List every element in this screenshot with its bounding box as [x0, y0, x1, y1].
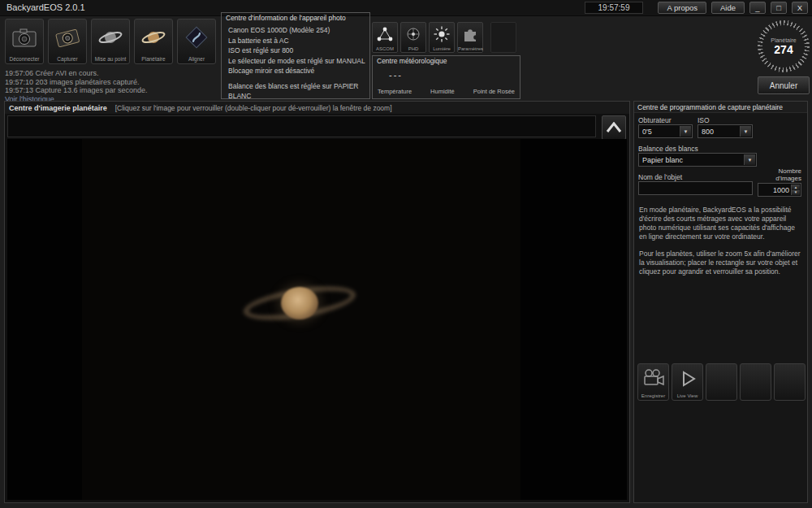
capture-button[interactable]: Capturer — [48, 19, 87, 64]
iso-select[interactable]: 800 ▼ — [698, 124, 753, 138]
weather-value: --- — [389, 70, 403, 80]
image-count-input[interactable]: 1000 ▲ ▼ — [758, 183, 801, 197]
frame-count: 274 — [774, 43, 793, 56]
camera-info-title: Centre d'information de l'appareil photo — [226, 14, 346, 22]
shutter-label: Obturateur — [638, 116, 693, 124]
settings-button[interactable]: Paramètres — [457, 22, 483, 53]
puzzle-icon — [458, 24, 482, 44]
utility-empty-slot — [490, 22, 516, 53]
spinner-down-icon[interactable]: ▼ — [791, 190, 800, 196]
capture-action-buttons: Enregistrer Live View — [637, 363, 806, 401]
log-line: 19:57:10 203 images planétaires capturé. — [5, 78, 148, 87]
log-line: 19:57:13 Capture 13.6 images par seconde… — [5, 86, 148, 95]
camera-info-line: Canon EOS 1000D (Modèle 254) — [228, 25, 366, 36]
cancel-button[interactable]: Annuler — [758, 76, 810, 94]
record-button[interactable]: Enregistrer — [637, 363, 669, 401]
utility-label: ASCOM — [373, 46, 397, 51]
play-icon — [672, 367, 702, 390]
titlebar-controls: 19:57:59 A propos Aide _ □ X — [585, 2, 808, 14]
utility-label: Paramètres — [458, 46, 482, 51]
align-icon — [178, 22, 215, 53]
empty-action-button[interactable] — [706, 363, 737, 401]
clock: 19:57:59 — [585, 2, 644, 14]
status-log: 19:57:06 Créer AVI en cours. 19:57:10 20… — [5, 69, 148, 103]
align-button[interactable]: Aligner — [177, 19, 216, 64]
white-balance-select[interactable]: Papier blanc ▼ — [638, 153, 757, 167]
image-count-field: 1000 ▲ ▼ — [758, 183, 801, 197]
light-button[interactable]: Lumière — [429, 22, 455, 53]
temperature-label: Température — [378, 88, 412, 95]
white-balance-field: Balance des blancs Papier blanc ▼ — [638, 145, 757, 167]
planetary-button[interactable]: Planétaire — [134, 19, 173, 64]
description-paragraph: Pour les planètes, utiliser le zoom 5x a… — [639, 250, 802, 276]
iso-label: ISO — [698, 116, 753, 124]
chevron-down-icon[interactable]: ▼ — [680, 126, 691, 137]
panel-description: En mode planétaire, BackyardEOS a la pos… — [639, 206, 802, 276]
record-label: Enregistrer — [638, 393, 668, 398]
chevron-down-icon[interactable]: ▼ — [740, 126, 751, 137]
focus-button[interactable]: Mise au point — [91, 19, 130, 64]
app-title: BackyardEOS 2.0.1 — [6, 2, 85, 12]
humidity-label: Humidité — [430, 88, 455, 95]
toolbar-item-label: Mise au point — [92, 56, 129, 62]
spinner-arrows: ▲ ▼ — [791, 185, 800, 195]
camera-tilted-icon — [49, 22, 86, 53]
object-name-input[interactable] — [638, 181, 753, 195]
capture-programming-panel: Centre de programmation de capture plané… — [633, 101, 808, 503]
toolbar-item-label: Capturer — [49, 56, 86, 62]
histogram-strip — [7, 115, 596, 137]
live-image-area[interactable] — [7, 139, 627, 500]
camera-info-lines: Canon EOS 1000D (Modèle 254) La batterie… — [228, 25, 366, 102]
image-count-value: 1000 — [773, 186, 789, 194]
main-toolbar: Déconnecter Capturer Mise au point Plané… — [5, 19, 216, 64]
weather-title: Centre météorologique — [377, 57, 447, 65]
toolbar-item-label: Déconnecter — [6, 56, 43, 62]
liveview-button[interactable]: Live View — [672, 363, 703, 401]
shutter-field: Obturateur 0'5 ▼ — [638, 116, 693, 138]
imaging-title: Centre d'imagerie planétaire — [9, 104, 107, 112]
saturn-image — [239, 275, 361, 332]
toolbar-item-label: Planétaire — [135, 56, 172, 62]
camera-icon — [6, 22, 43, 53]
camera-info-line: ISO est réglé sur 800 — [228, 46, 366, 56]
gauge-readout: Planétaire 274 — [762, 25, 805, 67]
camera-info-panel: Centre d'information de l'appareil photo… — [221, 12, 370, 99]
log-line: 19:57:06 Créer AVI en cours. — [5, 69, 148, 78]
empty-action-button[interactable] — [740, 363, 771, 401]
utility-label: PHD — [401, 46, 425, 51]
sun-icon — [430, 24, 454, 44]
about-button[interactable]: A propos — [658, 2, 706, 14]
weather-panel: Centre météorologique --- Température Hu… — [372, 55, 520, 99]
object-name-label: Nom de l'objet — [638, 173, 753, 181]
close-button[interactable]: X — [792, 2, 808, 14]
phd-button[interactable]: PHD — [400, 22, 426, 53]
iso-value: 800 — [702, 128, 714, 136]
imaging-header: Centre d'imagerie planétaire [Cliquez su… — [5, 102, 629, 114]
planetary-imaging-panel: Centre d'imagerie planétaire [Cliquez su… — [4, 101, 630, 503]
ascom-button[interactable]: ASCOM — [372, 22, 398, 53]
gauge-label: Planétaire — [771, 37, 797, 43]
imaging-subtitle: [Cliquez sur l'image pour verrouiller (d… — [115, 104, 392, 112]
saturn-body — [281, 287, 318, 319]
maximize-button[interactable]: □ — [771, 2, 787, 14]
saturn-icon — [135, 22, 172, 53]
utility-toolbar: ASCOM PHD Lumière Paramètres — [372, 22, 516, 53]
ascom-icon — [373, 24, 397, 44]
chevron-down-icon[interactable]: ▼ — [744, 154, 755, 165]
movie-camera-icon — [638, 367, 668, 390]
camera-info-line: Blocage miroir est désactivé — [228, 66, 366, 76]
shutter-select[interactable]: 0'5 ▼ — [638, 124, 693, 138]
object-name-field: Nom de l'objet — [638, 173, 753, 195]
image-count-label: Nombre d'images — [754, 167, 801, 182]
help-button[interactable]: Aide — [711, 2, 745, 14]
camera-info-line: Le sélecteur de mode est réglé sur MANUA… — [228, 56, 366, 67]
description-paragraph: En mode planétaire, BackyardEOS a la pos… — [639, 206, 802, 241]
disconnect-button[interactable]: Déconnecter — [5, 19, 44, 64]
expand-view-button[interactable] — [602, 115, 626, 140]
minimize-button[interactable]: _ — [749, 2, 766, 14]
shutter-value: 0'5 — [642, 128, 652, 136]
capture-panel-title: Centre de programmation de capture plané… — [634, 102, 807, 113]
utility-label: Lumière — [430, 46, 454, 51]
empty-action-button[interactable] — [774, 363, 806, 401]
white-balance-label: Balance des blancs — [638, 145, 757, 153]
